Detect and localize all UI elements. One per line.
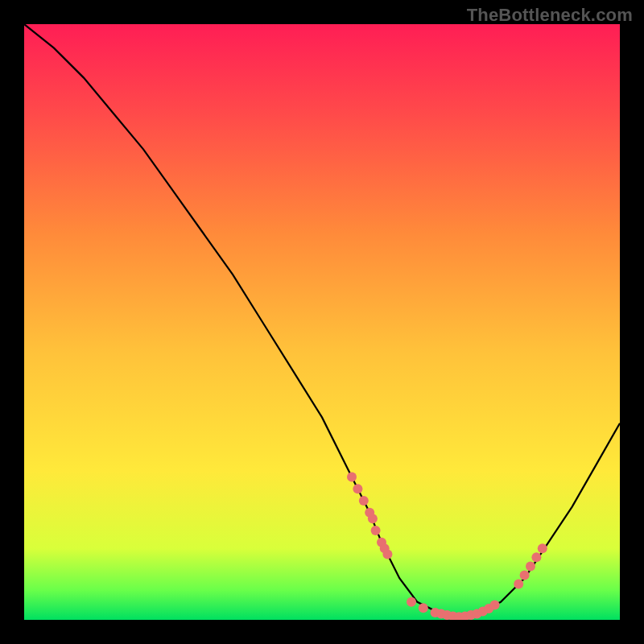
data-dot xyxy=(407,597,416,607)
data-dot xyxy=(538,543,547,553)
data-dot xyxy=(490,601,500,610)
data-dot xyxy=(347,472,357,481)
plot-area xyxy=(24,24,620,620)
bottleneck-chart xyxy=(24,24,620,620)
data-dot xyxy=(359,496,369,506)
data-dot xyxy=(371,526,381,535)
data-dot xyxy=(419,603,428,613)
data-dot xyxy=(353,484,362,493)
watermark-text: TheBottleneck.com xyxy=(467,5,633,26)
data-dot xyxy=(368,514,378,523)
chart-frame: TheBottleneck.com xyxy=(0,0,644,644)
data-dot xyxy=(382,550,392,559)
data-dot xyxy=(514,580,523,589)
data-dot xyxy=(520,571,530,580)
data-dot xyxy=(526,561,535,571)
data-dot xyxy=(531,552,541,562)
